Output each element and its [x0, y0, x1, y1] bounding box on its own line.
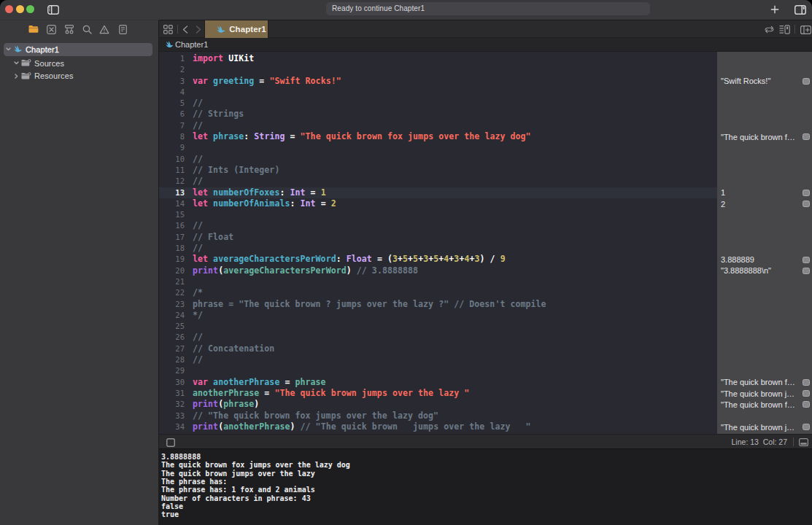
code-token-pl: : [336, 254, 347, 264]
code-line-10[interactable]: 10// [159, 154, 717, 165]
code-line-12[interactable]: 12// [159, 176, 717, 187]
code-text: let averageCharactersPerWord: Float = (3… [193, 254, 506, 264]
code-line-25[interactable]: 25 [159, 321, 717, 332]
show-result-button[interactable] [803, 390, 811, 397]
sidebar-item-label: Chapter1 [26, 45, 59, 54]
editor-options-icon[interactable] [779, 25, 790, 34]
code-line-19[interactable]: 19let averageCharactersPerWord: Float = … [159, 254, 717, 265]
code-line-11[interactable]: 11// Ints (Integer) [159, 165, 717, 176]
show-result-button[interactable] [803, 257, 811, 263]
code-line-23[interactable]: 23phrase = "The quick brown ? jumps over… [159, 299, 717, 310]
code-line-27[interactable]: 27// Concatenation [159, 343, 717, 354]
result-row-line-13: 1 [717, 187, 812, 198]
code-text: let numberOfAnimals: Int = 2 [193, 198, 336, 209]
code-line-22[interactable]: 22/* [159, 287, 717, 298]
code-line-6[interactable]: 6// Strings [159, 109, 717, 120]
code-line-21[interactable]: 21 [159, 276, 717, 287]
sidebar-item-chapter1[interactable]: Chapter1 [0, 43, 158, 56]
code-token-kw: let [193, 131, 208, 141]
result-value: "The quick brown f… [721, 400, 803, 409]
line-number: 30 [159, 377, 185, 388]
code-line-9[interactable]: 9 [159, 142, 717, 153]
project-navigator-folder-icon[interactable] [26, 22, 41, 36]
code-line-13[interactable]: 13let numberOfFoxes: Int = 1 [159, 187, 717, 198]
code-text: import UIKit [193, 53, 254, 63]
sidebar-item-sources[interactable]: Sources [0, 57, 158, 70]
code-line-7[interactable]: 7// [159, 120, 717, 131]
debug-area-icon[interactable] [799, 438, 808, 446]
code-line-26[interactable]: 26// [159, 332, 717, 343]
related-items-grid-icon[interactable] [163, 25, 173, 34]
plus-tab-icon[interactable] [770, 5, 779, 14]
code-token-com: // [193, 176, 203, 186]
code-line-20[interactable]: 20print(averageCharactersPerWord) // 3.8… [159, 265, 717, 276]
show-result-button[interactable] [803, 201, 811, 207]
statusbar-divider [793, 438, 794, 446]
issue-navigator-icon[interactable] [97, 22, 112, 36]
code-line-29[interactable]: 29 [159, 365, 717, 376]
show-result-button[interactable] [803, 424, 811, 430]
xcode-window: Ready to continue Chapter1 Chapter1Sourc… [0, 0, 812, 525]
line-number: 4 [159, 87, 185, 98]
show-result-button[interactable] [803, 78, 811, 85]
code-text: // [193, 154, 203, 164]
code-line-34[interactable]: 34print(anotherPhrase) // "The quick bro… [159, 421, 717, 432]
code-line-1[interactable]: 1import UIKit [159, 53, 717, 64]
report-navigator-icon[interactable] [115, 22, 130, 36]
code-line-3[interactable]: 3var greeting = "Swift Rocks!" [159, 76, 717, 87]
code-line-15[interactable]: 15 [159, 209, 717, 220]
debug-console[interactable]: 3.8888888The quick brown fox jumps over … [159, 449, 812, 525]
code-line-4[interactable]: 4 [159, 87, 717, 98]
disclosure-down-icon[interactable] [6, 47, 11, 51]
code-line-2[interactable]: 2 [159, 64, 717, 75]
disclosure-down-icon[interactable] [14, 61, 19, 65]
code-token-pl: UIKit [228, 53, 254, 63]
code-token-str: "The quick brown fox jumps over the lazy… [301, 131, 531, 141]
jump-bar[interactable]: Chapter1 [159, 38, 812, 52]
code-line-24[interactable]: 24*/ [159, 310, 717, 321]
zoom-window-button[interactable] [26, 5, 34, 13]
show-result-button[interactable] [803, 268, 811, 274]
go-back-icon[interactable] [182, 26, 188, 34]
console-filter-square-icon[interactable] [166, 438, 175, 447]
sidebar-item-resources[interactable]: Resources [0, 70, 158, 83]
toggle-sidebar-icon[interactable] [47, 5, 59, 15]
tab-overview-icon[interactable] [794, 5, 806, 15]
bookmarks-navigator-icon[interactable] [44, 22, 58, 36]
find-navigator-icon[interactable] [80, 22, 94, 36]
minimize-window-button[interactable] [16, 5, 24, 13]
code-token-com: // [193, 120, 203, 131]
code-line-16[interactable]: 16// [159, 220, 717, 231]
show-result-button[interactable] [803, 401, 811, 408]
code-line-5[interactable]: 5// [159, 98, 717, 109]
code-line-31[interactable]: 31anotherPhrase = "The quick brown jumps… [159, 388, 717, 399]
code-text: let phrase: String = "The quick brown fo… [193, 131, 531, 141]
code-token-ref: anotherPhrase [223, 421, 290, 432]
code-line-33[interactable]: 33// "The quick brown fox jumps over the… [159, 411, 717, 421]
result-row-line-3: "Swift Rocks!" [717, 76, 812, 87]
show-result-button[interactable] [803, 379, 811, 386]
code-text: print(anotherPhrase) // "The quick brown… [193, 421, 531, 432]
code-line-17[interactable]: 17// Float [159, 232, 717, 243]
code-text: */ [193, 310, 203, 320]
code-line-30[interactable]: 30var anotherPhrase = phrase [159, 377, 717, 388]
source-editor[interactable]: 1import UIKit23var greeting = "Swift Roc… [159, 52, 717, 434]
code-line-32[interactable]: 32print(phrase) [159, 399, 717, 410]
go-forward-icon[interactable] [196, 26, 201, 34]
code-line-28[interactable]: 28// [159, 354, 717, 365]
code-line-14[interactable]: 14let numberOfAnimals: Int = 2 [159, 198, 717, 209]
show-result-button[interactable] [803, 190, 811, 196]
symbol-navigator-icon[interactable] [62, 22, 77, 36]
swap-editor-icon[interactable] [764, 25, 775, 34]
code-line-18[interactable]: 18// [159, 243, 717, 254]
editor-tab-bar: Chapter1 [159, 20, 812, 38]
tab-chapter1[interactable]: Chapter1 [204, 20, 268, 38]
add-editor-icon[interactable] [800, 26, 811, 34]
code-line-8[interactable]: 8let phrase: String = "The quick brown f… [159, 131, 717, 142]
show-result-button[interactable] [803, 133, 811, 140]
code-text: // Ints (Integer) [193, 165, 279, 175]
disclosure-right-icon[interactable] [15, 74, 18, 79]
code-text: let numberOfFoxes: Int = 1 [193, 187, 326, 198]
close-window-button[interactable] [5, 5, 13, 13]
line-number: 13 [159, 187, 185, 198]
